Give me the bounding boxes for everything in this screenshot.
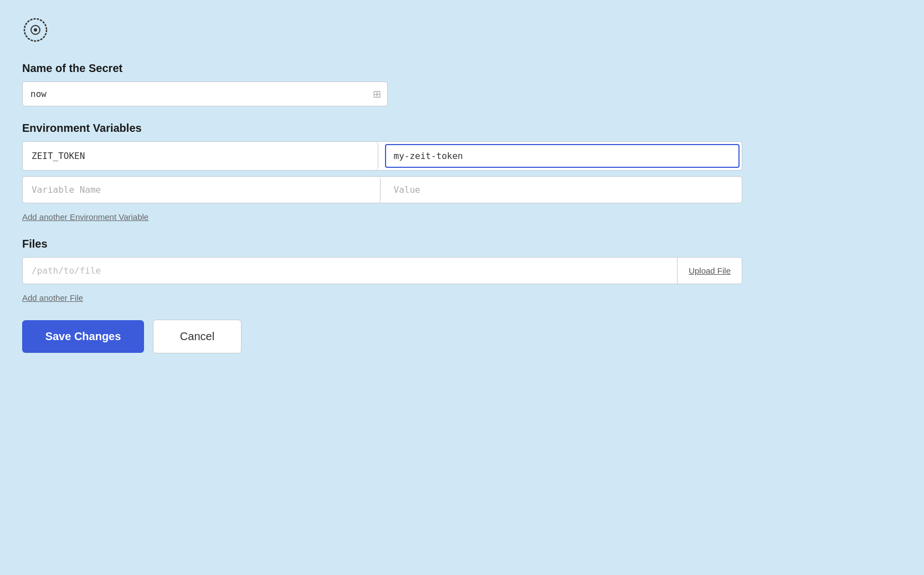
cancel-button[interactable]: Cancel — [153, 320, 242, 353]
add-file-button[interactable]: Add another File — [22, 293, 83, 302]
secret-icon — [22, 17, 49, 43]
secret-name-input-wrapper: ⊞ — [22, 81, 388, 106]
upload-file-button[interactable]: Upload File — [677, 258, 742, 283]
files-section: Files Upload File Add another File — [22, 238, 902, 303]
env-row-2 — [22, 176, 742, 203]
logo-area — [22, 17, 902, 45]
svg-point-2 — [34, 28, 37, 32]
files-label: Files — [22, 238, 902, 250]
files-row-1: Upload File — [22, 257, 742, 284]
add-env-variable-button[interactable]: Add another Environment Variable — [22, 212, 148, 222]
env-variables-label: Environment Variables — [22, 122, 902, 135]
secret-name-label: Name of the Secret — [22, 62, 902, 75]
env-name-input-1[interactable] — [23, 142, 378, 170]
input-icon: ⊞ — [373, 88, 381, 100]
save-changes-button[interactable]: Save Changes — [22, 320, 144, 353]
env-value-input-1[interactable] — [385, 144, 740, 168]
secret-name-section: Name of the Secret ⊞ — [22, 62, 902, 106]
env-variables-section: Environment Variables Add another Enviro… — [22, 122, 902, 222]
env-value-input-2[interactable] — [385, 177, 742, 203]
secret-name-input[interactable] — [22, 81, 388, 106]
env-name-input-2[interactable] — [23, 177, 381, 203]
file-path-input-1[interactable] — [23, 258, 677, 284]
env-row-1 — [22, 141, 742, 171]
button-row: Save Changes Cancel — [22, 320, 902, 353]
